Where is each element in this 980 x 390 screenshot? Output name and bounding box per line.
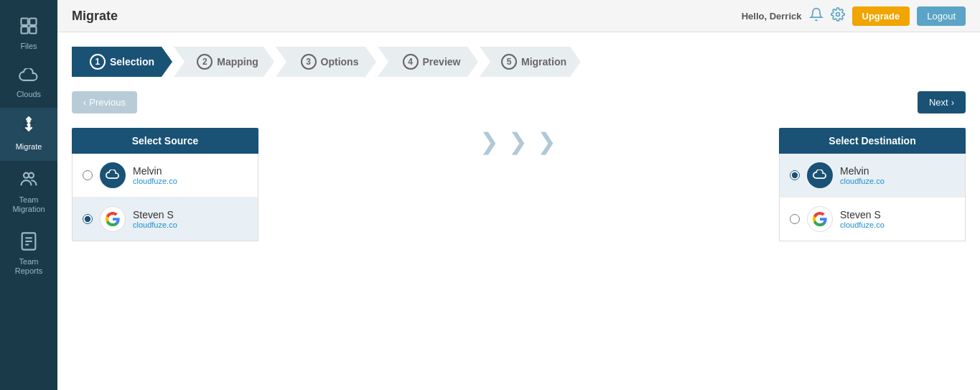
svg-rect-2 — [22, 27, 28, 33]
step-label-5: Migration — [521, 56, 566, 68]
svg-rect-1 — [29, 19, 36, 25]
upgrade-button[interactable]: Upgrade — [852, 6, 910, 26]
step-num-5: 5 — [501, 54, 517, 70]
sidebar-item-files-label: Files — [20, 42, 37, 51]
dest-panel-header: Select Destination — [779, 128, 966, 154]
files-icon — [19, 16, 39, 39]
wizard-step-1[interactable]: 1 Selection — [72, 47, 172, 77]
bell-icon[interactable] — [809, 7, 823, 25]
logout-button[interactable]: Logout — [917, 6, 966, 26]
source-account-melvin[interactable]: Melvin cloudfuze.co — [73, 154, 258, 198]
source-account-steven[interactable]: Steven S cloudfuze.co — [73, 198, 258, 241]
step-num-1: 1 — [90, 54, 106, 70]
dest-google-icon-steven — [807, 206, 833, 232]
sidebar-item-team-migration-label: Team Migration — [6, 195, 52, 214]
source-radio-melvin[interactable] — [83, 170, 93, 180]
dest-cloud-icon-melvin — [807, 162, 833, 188]
source-account-name-steven: Steven S — [133, 209, 177, 220]
step-label-1: Selection — [110, 56, 154, 68]
next-button[interactable]: Next › — [918, 91, 966, 113]
page-title: Migrate — [72, 9, 118, 24]
next-chevron-icon: › — [951, 97, 954, 108]
svg-point-12 — [836, 12, 839, 16]
topbar-right: Hello, Derrick Upgrade Logout — [742, 6, 966, 26]
sidebar-item-team-reports[interactable]: Team Reports — [0, 223, 57, 284]
wizard-step-5[interactable]: 5 Migration — [480, 47, 581, 77]
source-panel-header: Select Source — [72, 128, 258, 154]
step-label-2: Mapping — [217, 56, 258, 68]
wizard-steps: 1 Selection 2 Mapping 3 Options 4 Previe… — [72, 47, 966, 77]
sidebar-item-clouds-label: Clouds — [17, 90, 41, 99]
migrate-icon — [19, 116, 39, 139]
source-account-email-steven: cloudfuze.co — [133, 220, 177, 229]
dest-account-melvin[interactable]: Melvin cloudfuze.co — [780, 154, 965, 198]
prev-chevron-icon: ‹ — [83, 97, 86, 108]
svg-point-7 — [29, 172, 34, 177]
dest-account-info-steven: Steven S cloudfuze.co — [840, 209, 885, 229]
main-area: Migrate Hello, Derrick Upgrade Logout — [57, 0, 980, 390]
transfer-arrows: ❯ ❯ ❯ — [480, 128, 558, 155]
dest-radio-melvin[interactable] — [790, 170, 800, 180]
source-cloud-icon-melvin — [100, 162, 126, 188]
sidebar-item-team-reports-label: Team Reports — [6, 257, 52, 276]
dest-account-name-steven: Steven S — [840, 209, 885, 220]
dest-account-email-steven: cloudfuze.co — [840, 220, 885, 229]
nav-buttons: ‹ Previous Next › — [72, 91, 966, 113]
dest-account-email-melvin: cloudfuze.co — [840, 177, 885, 185]
svg-rect-3 — [29, 27, 36, 33]
step-num-3: 3 — [301, 54, 317, 70]
source-account-info-melvin: Melvin cloudfuze.co — [133, 165, 177, 185]
source-panel: Select Source Melvin cloudfuze.co — [72, 128, 258, 241]
source-account-email-melvin: cloudfuze.co — [133, 177, 177, 185]
dest-account-info-melvin: Melvin cloudfuze.co — [840, 165, 885, 185]
source-radio-steven[interactable] — [83, 214, 93, 224]
sidebar-item-files[interactable]: Files — [0, 7, 57, 60]
dest-radio-steven[interactable] — [790, 214, 800, 224]
svg-rect-0 — [22, 19, 28, 25]
wizard-step-2[interactable]: 2 Mapping — [174, 47, 274, 77]
step-label-3: Options — [321, 56, 359, 68]
step-num-4: 4 — [403, 54, 419, 70]
dest-panel-body: Melvin cloudfuze.co — [779, 154, 966, 241]
source-panel-body: Melvin cloudfuze.co — [72, 154, 258, 241]
team-reports-icon — [19, 231, 39, 254]
gear-icon[interactable] — [831, 7, 845, 25]
sidebar: Files Clouds Migrate — [0, 0, 57, 390]
dest-account-steven[interactable]: Steven S cloudfuze.co — [780, 198, 965, 241]
sidebar-item-clouds[interactable]: Clouds — [0, 60, 57, 108]
source-google-icon-steven — [100, 206, 126, 232]
topbar-hello: Hello, Derrick — [742, 11, 802, 22]
sidebar-item-team-migration[interactable]: Team Migration — [0, 161, 57, 223]
topbar: Migrate Hello, Derrick Upgrade Logout — [57, 0, 980, 32]
arrow-area: ❯ ❯ ❯ — [258, 128, 779, 155]
sidebar-item-migrate-label: Migrate — [16, 142, 42, 152]
source-account-name-melvin: Melvin — [133, 165, 177, 177]
wizard-step-3[interactable]: 3 Options — [276, 47, 376, 77]
team-migration-icon — [19, 170, 39, 192]
clouds-icon — [19, 68, 39, 87]
previous-button[interactable]: ‹ Previous — [72, 91, 137, 113]
step-label-4: Preview — [423, 56, 461, 68]
dest-account-name-melvin: Melvin — [840, 165, 885, 177]
step-num-2: 2 — [197, 54, 213, 70]
dest-panel: Select Destination Melvin cloudfuze.co — [779, 128, 966, 241]
sidebar-item-migrate[interactable]: Migrate — [0, 108, 57, 160]
source-account-info-steven: Steven S cloudfuze.co — [133, 209, 177, 229]
wizard-step-4[interactable]: 4 Preview — [378, 47, 478, 77]
selection-area: Select Source Melvin cloudfuze.co — [72, 128, 966, 241]
content-area: 1 Selection 2 Mapping 3 Options 4 Previe… — [57, 32, 980, 390]
